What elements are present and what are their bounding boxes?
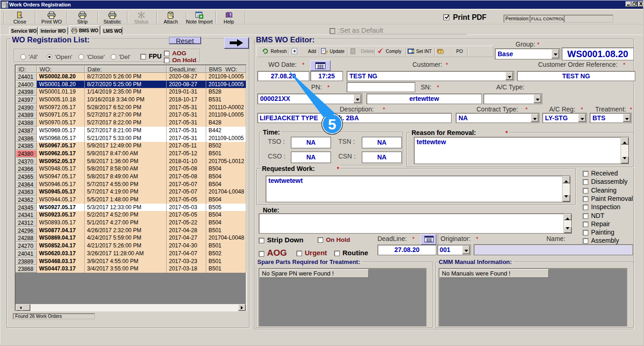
svg-text:5: 5 xyxy=(328,116,337,133)
